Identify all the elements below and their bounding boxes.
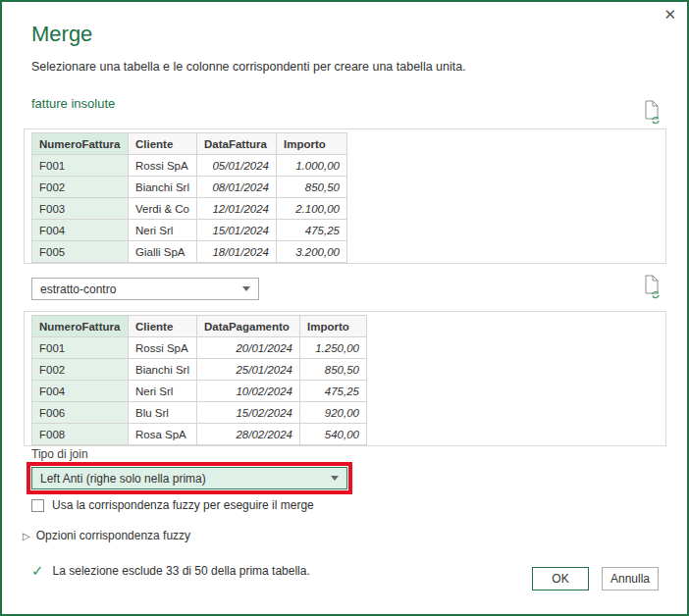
table-cell: Rossi SpA (129, 337, 197, 359)
table-cell: Verdi & Co (129, 198, 197, 220)
table1-panel: NumeroFatturaClienteDataFatturaImportoF0… (24, 128, 666, 264)
table-cell: F002 (32, 177, 129, 198)
table-cell: 12/01/2024 (196, 198, 276, 220)
table-row[interactable]: F006Blu Srl15/02/2024920,00 (32, 402, 367, 424)
table-cell: F003 (32, 198, 129, 220)
table-row[interactable]: F001Rossi SpA20/01/20241.250,00 (32, 337, 367, 359)
fuzzy-merge-option[interactable]: Usa la corrispondenza fuzzy per eseguire… (31, 498, 314, 512)
table-cell: 850,50 (276, 177, 346, 198)
dialog-title: Merge (31, 22, 92, 47)
close-icon[interactable]: ✕ (663, 7, 676, 23)
column-header[interactable]: Cliente (129, 133, 197, 155)
table-cell: 05/01/2024 (196, 155, 276, 177)
table-cell: 25/01/2024 (196, 359, 299, 381)
table-row[interactable]: F002Bianchi Srl08/01/2024850,50 (32, 177, 347, 198)
table-cell: Neri Srl (129, 381, 197, 402)
table-cell: 475,25 (299, 381, 366, 402)
table-cell: 475,25 (276, 220, 346, 241)
dialog-subtitle: Selezionare una tabella e le colonne cor… (31, 60, 466, 74)
table-row[interactable]: F001Rossi SpA05/01/20241.000,00 (32, 155, 347, 177)
table-cell: F002 (32, 359, 129, 381)
table-cell: 1.000,00 (276, 155, 346, 177)
table-cell: 850,50 (299, 359, 366, 381)
table2-selector-value: estratto-contro (40, 282, 116, 296)
cancel-button[interactable]: Annulla (602, 567, 659, 590)
table-cell: F005 (32, 241, 129, 263)
table-cell: F004 (32, 220, 129, 241)
column-header[interactable]: NumeroFattura (32, 316, 129, 337)
table-row[interactable]: F008Rosa SpA28/02/2024540,00 (32, 424, 367, 445)
column-header[interactable]: DataFattura (196, 133, 276, 155)
join-type-label: Tipo di join (31, 447, 88, 461)
column-header[interactable]: DataPagamento (196, 316, 299, 337)
refresh-icon[interactable] (641, 99, 662, 125)
table-cell: 10/02/2024 (196, 381, 299, 402)
table-cell: 18/01/2024 (196, 241, 276, 263)
status-text: La selezione esclude 33 di 50 della prim… (53, 564, 310, 578)
table-cell: 15/01/2024 (196, 220, 276, 241)
highlight-annotation-box: Left Anti (righe solo nella prima) (26, 462, 352, 494)
join-type-value: Left Anti (righe solo nella prima) (40, 472, 206, 486)
table1-preview: NumeroFatturaClienteDataFatturaImportoF0… (31, 132, 347, 263)
table-row[interactable]: F004Neri Srl15/01/2024475,25 (32, 220, 347, 241)
table-cell: 28/02/2024 (196, 424, 299, 445)
column-header[interactable]: Cliente (129, 316, 197, 337)
fuzzy-options-label: Opzioni corrispondenza fuzzy (36, 529, 190, 542)
fuzzy-checkbox-label: Usa la corrispondenza fuzzy per eseguire… (52, 498, 314, 512)
expander-chevron-icon: ▷ (23, 531, 30, 541)
column-header[interactable]: Importo (299, 316, 366, 337)
table2-preview: NumeroFatturaClienteDataPagamentoImporto… (31, 315, 367, 445)
check-icon: ✓ (31, 563, 44, 578)
table-cell: 540,00 (299, 424, 366, 445)
chevron-down-icon (331, 476, 339, 481)
chevron-down-icon (242, 286, 250, 291)
status-message: ✓ La selezione esclude 33 di 50 della pr… (31, 563, 310, 578)
column-header[interactable]: NumeroFattura (32, 133, 129, 155)
table-cell: 1.250,00 (299, 337, 366, 359)
table2-selector-dropdown[interactable]: estratto-contro (31, 278, 259, 300)
column-header[interactable]: Importo (276, 133, 346, 155)
join-type-dropdown[interactable]: Left Anti (righe solo nella prima) (31, 467, 347, 489)
table-row[interactable]: F002Bianchi Srl25/01/2024850,50 (32, 359, 367, 381)
table-cell: F001 (32, 337, 129, 359)
refresh-icon[interactable] (641, 274, 662, 299)
table-row[interactable]: F003Verdi & Co12/01/20242.100,00 (32, 198, 347, 220)
table-cell: F004 (32, 381, 129, 402)
table-cell: Bianchi Srl (129, 359, 197, 381)
table-cell: 15/02/2024 (196, 402, 299, 424)
table-cell: F001 (32, 155, 129, 177)
table-cell: 920,00 (299, 402, 366, 424)
table-cell: 2.100,00 (276, 198, 346, 220)
merge-dialog: ✕ Merge Selezionare una tabella e le col… (0, 0, 689, 616)
fuzzy-options-expander[interactable]: ▷ Opzioni corrispondenza fuzzy (23, 529, 190, 542)
fuzzy-checkbox[interactable] (31, 499, 44, 512)
table-cell: Neri Srl (129, 220, 197, 241)
table-cell: Rossi SpA (129, 155, 197, 177)
table-cell: Blu Srl (129, 402, 197, 424)
table-row[interactable]: F005Gialli SpA18/01/20243.200,00 (32, 241, 347, 263)
table-cell: Gialli SpA (129, 241, 197, 263)
table-cell: F008 (32, 424, 129, 445)
table1-label: fatture insolute (31, 96, 115, 111)
table-cell: 08/01/2024 (196, 177, 276, 198)
table-cell: 3.200,00 (276, 241, 346, 263)
table-cell: 20/01/2024 (196, 337, 299, 359)
table-row[interactable]: F004Neri Srl10/02/2024475,25 (32, 381, 367, 402)
table2-panel: NumeroFatturaClienteDataPagamentoImporto… (24, 311, 666, 446)
table-cell: F006 (32, 402, 129, 424)
table-cell: Bianchi Srl (129, 177, 197, 198)
ok-button[interactable]: OK (532, 567, 589, 590)
table-cell: Rosa SpA (129, 424, 197, 445)
